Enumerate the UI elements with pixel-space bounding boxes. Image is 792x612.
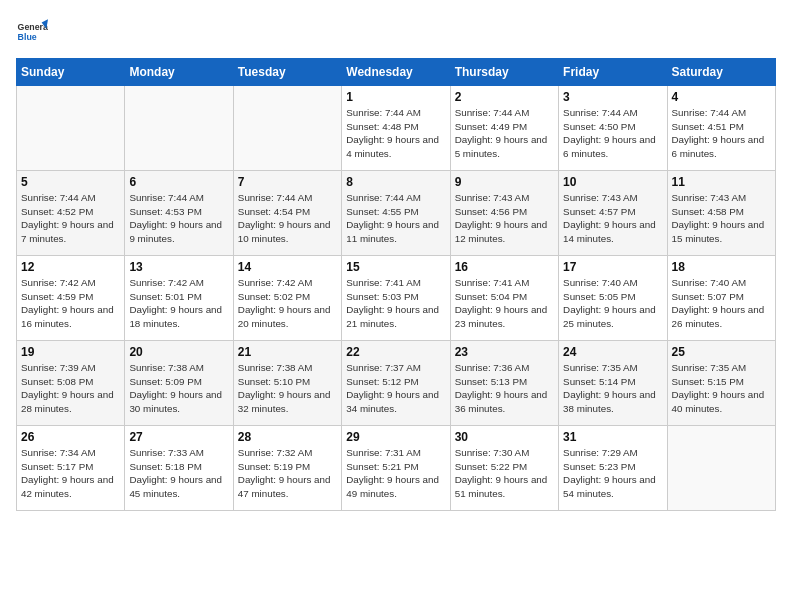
day-number: 1 (346, 90, 445, 104)
day-of-week-header: Monday (125, 59, 233, 86)
day-number: 26 (21, 430, 120, 444)
day-info: Sunrise: 7:41 AM Sunset: 5:04 PM Dayligh… (455, 276, 554, 331)
calendar-day-cell: 30Sunrise: 7:30 AM Sunset: 5:22 PM Dayli… (450, 426, 558, 511)
day-info: Sunrise: 7:42 AM Sunset: 4:59 PM Dayligh… (21, 276, 120, 331)
day-info: Sunrise: 7:43 AM Sunset: 4:57 PM Dayligh… (563, 191, 662, 246)
day-number: 17 (563, 260, 662, 274)
calendar-day-cell: 15Sunrise: 7:41 AM Sunset: 5:03 PM Dayli… (342, 256, 450, 341)
day-number: 20 (129, 345, 228, 359)
calendar-week-row: 12Sunrise: 7:42 AM Sunset: 4:59 PM Dayli… (17, 256, 776, 341)
day-number: 8 (346, 175, 445, 189)
day-info: Sunrise: 7:33 AM Sunset: 5:18 PM Dayligh… (129, 446, 228, 501)
day-info: Sunrise: 7:44 AM Sunset: 4:52 PM Dayligh… (21, 191, 120, 246)
calendar-day-cell: 11Sunrise: 7:43 AM Sunset: 4:58 PM Dayli… (667, 171, 775, 256)
day-info: Sunrise: 7:44 AM Sunset: 4:54 PM Dayligh… (238, 191, 337, 246)
day-number: 4 (672, 90, 771, 104)
calendar-day-cell: 17Sunrise: 7:40 AM Sunset: 5:05 PM Dayli… (559, 256, 667, 341)
day-number: 19 (21, 345, 120, 359)
day-info: Sunrise: 7:43 AM Sunset: 4:56 PM Dayligh… (455, 191, 554, 246)
day-number: 24 (563, 345, 662, 359)
calendar-day-cell: 21Sunrise: 7:38 AM Sunset: 5:10 PM Dayli… (233, 341, 341, 426)
calendar-day-cell: 28Sunrise: 7:32 AM Sunset: 5:19 PM Dayli… (233, 426, 341, 511)
calendar-day-cell: 5Sunrise: 7:44 AM Sunset: 4:52 PM Daylig… (17, 171, 125, 256)
day-number: 7 (238, 175, 337, 189)
day-info: Sunrise: 7:36 AM Sunset: 5:13 PM Dayligh… (455, 361, 554, 416)
calendar-table: SundayMondayTuesdayWednesdayThursdayFrid… (16, 58, 776, 511)
day-info: Sunrise: 7:31 AM Sunset: 5:21 PM Dayligh… (346, 446, 445, 501)
calendar-day-cell (125, 86, 233, 171)
day-info: Sunrise: 7:34 AM Sunset: 5:17 PM Dayligh… (21, 446, 120, 501)
day-info: Sunrise: 7:38 AM Sunset: 5:09 PM Dayligh… (129, 361, 228, 416)
calendar-day-cell: 1Sunrise: 7:44 AM Sunset: 4:48 PM Daylig… (342, 86, 450, 171)
day-of-week-header: Sunday (17, 59, 125, 86)
day-of-week-header: Friday (559, 59, 667, 86)
day-info: Sunrise: 7:44 AM Sunset: 4:55 PM Dayligh… (346, 191, 445, 246)
day-number: 13 (129, 260, 228, 274)
day-info: Sunrise: 7:32 AM Sunset: 5:19 PM Dayligh… (238, 446, 337, 501)
day-number: 18 (672, 260, 771, 274)
calendar-day-cell: 12Sunrise: 7:42 AM Sunset: 4:59 PM Dayli… (17, 256, 125, 341)
day-info: Sunrise: 7:35 AM Sunset: 5:14 PM Dayligh… (563, 361, 662, 416)
day-info: Sunrise: 7:44 AM Sunset: 4:53 PM Dayligh… (129, 191, 228, 246)
day-info: Sunrise: 7:29 AM Sunset: 5:23 PM Dayligh… (563, 446, 662, 501)
day-number: 6 (129, 175, 228, 189)
day-of-week-header: Tuesday (233, 59, 341, 86)
day-number: 9 (455, 175, 554, 189)
day-number: 3 (563, 90, 662, 104)
day-info: Sunrise: 7:37 AM Sunset: 5:12 PM Dayligh… (346, 361, 445, 416)
calendar-day-cell: 3Sunrise: 7:44 AM Sunset: 4:50 PM Daylig… (559, 86, 667, 171)
day-info: Sunrise: 7:38 AM Sunset: 5:10 PM Dayligh… (238, 361, 337, 416)
calendar-day-cell: 2Sunrise: 7:44 AM Sunset: 4:49 PM Daylig… (450, 86, 558, 171)
day-of-week-header: Thursday (450, 59, 558, 86)
calendar-day-cell (233, 86, 341, 171)
day-number: 15 (346, 260, 445, 274)
day-number: 2 (455, 90, 554, 104)
calendar-day-cell: 10Sunrise: 7:43 AM Sunset: 4:57 PM Dayli… (559, 171, 667, 256)
calendar-day-cell: 31Sunrise: 7:29 AM Sunset: 5:23 PM Dayli… (559, 426, 667, 511)
day-info: Sunrise: 7:44 AM Sunset: 4:51 PM Dayligh… (672, 106, 771, 161)
day-number: 5 (21, 175, 120, 189)
calendar-day-cell: 29Sunrise: 7:31 AM Sunset: 5:21 PM Dayli… (342, 426, 450, 511)
calendar-day-cell: 8Sunrise: 7:44 AM Sunset: 4:55 PM Daylig… (342, 171, 450, 256)
day-info: Sunrise: 7:44 AM Sunset: 4:49 PM Dayligh… (455, 106, 554, 161)
calendar-day-cell: 7Sunrise: 7:44 AM Sunset: 4:54 PM Daylig… (233, 171, 341, 256)
day-number: 11 (672, 175, 771, 189)
calendar-day-cell: 23Sunrise: 7:36 AM Sunset: 5:13 PM Dayli… (450, 341, 558, 426)
day-of-week-header: Saturday (667, 59, 775, 86)
calendar-day-cell: 26Sunrise: 7:34 AM Sunset: 5:17 PM Dayli… (17, 426, 125, 511)
day-number: 31 (563, 430, 662, 444)
day-info: Sunrise: 7:30 AM Sunset: 5:22 PM Dayligh… (455, 446, 554, 501)
calendar-week-row: 26Sunrise: 7:34 AM Sunset: 5:17 PM Dayli… (17, 426, 776, 511)
day-number: 12 (21, 260, 120, 274)
day-info: Sunrise: 7:41 AM Sunset: 5:03 PM Dayligh… (346, 276, 445, 331)
calendar-day-cell: 19Sunrise: 7:39 AM Sunset: 5:08 PM Dayli… (17, 341, 125, 426)
day-number: 22 (346, 345, 445, 359)
calendar-day-cell: 22Sunrise: 7:37 AM Sunset: 5:12 PM Dayli… (342, 341, 450, 426)
svg-text:Blue: Blue (18, 32, 37, 42)
day-number: 28 (238, 430, 337, 444)
day-info: Sunrise: 7:42 AM Sunset: 5:02 PM Dayligh… (238, 276, 337, 331)
day-info: Sunrise: 7:43 AM Sunset: 4:58 PM Dayligh… (672, 191, 771, 246)
day-number: 30 (455, 430, 554, 444)
day-number: 10 (563, 175, 662, 189)
calendar-week-row: 19Sunrise: 7:39 AM Sunset: 5:08 PM Dayli… (17, 341, 776, 426)
day-number: 23 (455, 345, 554, 359)
logo-icon: General Blue (16, 16, 48, 48)
day-number: 16 (455, 260, 554, 274)
calendar-week-row: 5Sunrise: 7:44 AM Sunset: 4:52 PM Daylig… (17, 171, 776, 256)
page-header: General Blue (16, 16, 776, 48)
calendar-day-cell: 9Sunrise: 7:43 AM Sunset: 4:56 PM Daylig… (450, 171, 558, 256)
calendar-day-cell: 4Sunrise: 7:44 AM Sunset: 4:51 PM Daylig… (667, 86, 775, 171)
calendar-day-cell (17, 86, 125, 171)
calendar-day-cell: 16Sunrise: 7:41 AM Sunset: 5:04 PM Dayli… (450, 256, 558, 341)
calendar-day-cell: 13Sunrise: 7:42 AM Sunset: 5:01 PM Dayli… (125, 256, 233, 341)
day-number: 21 (238, 345, 337, 359)
calendar-week-row: 1Sunrise: 7:44 AM Sunset: 4:48 PM Daylig… (17, 86, 776, 171)
calendar-day-cell: 6Sunrise: 7:44 AM Sunset: 4:53 PM Daylig… (125, 171, 233, 256)
day-number: 29 (346, 430, 445, 444)
day-number: 14 (238, 260, 337, 274)
day-info: Sunrise: 7:44 AM Sunset: 4:50 PM Dayligh… (563, 106, 662, 161)
day-info: Sunrise: 7:35 AM Sunset: 5:15 PM Dayligh… (672, 361, 771, 416)
day-number: 27 (129, 430, 228, 444)
calendar-day-cell: 27Sunrise: 7:33 AM Sunset: 5:18 PM Dayli… (125, 426, 233, 511)
